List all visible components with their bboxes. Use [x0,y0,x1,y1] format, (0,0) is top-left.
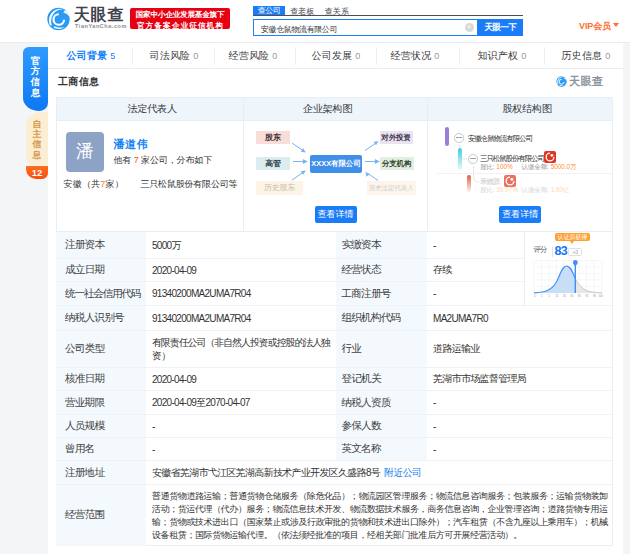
svg-text:65: 65 [570,293,573,297]
svg-text:0: 0 [534,293,536,297]
svg-text:5: 5 [548,293,550,297]
svg-text:98: 98 [593,293,596,297]
svg-text:85: 85 [578,293,581,297]
svg-text:95: 95 [585,293,588,297]
svg-text:1: 1 [541,293,543,297]
svg-text:15: 15 [555,293,558,297]
svg-text:100: 100 [599,293,603,297]
svg-text:45: 45 [563,293,566,297]
